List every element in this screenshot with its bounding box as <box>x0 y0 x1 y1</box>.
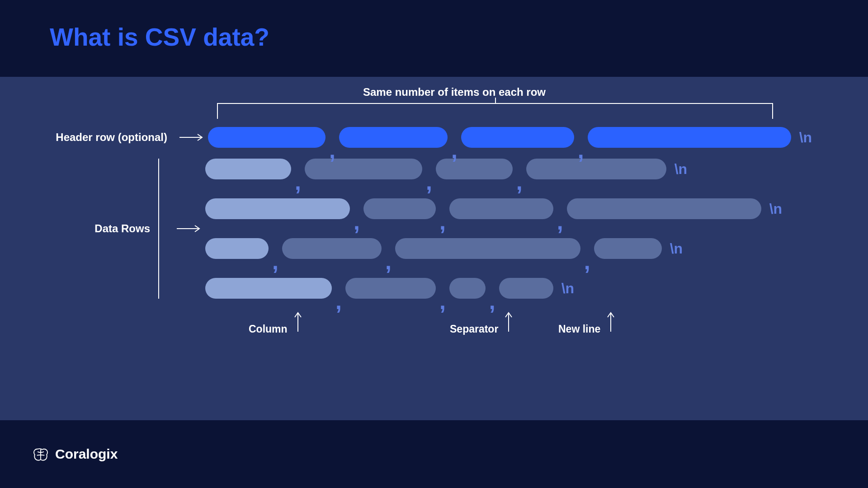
arrow-up-icon <box>294 310 302 333</box>
header-cell <box>339 127 448 148</box>
arrow-up-icon <box>607 310 615 333</box>
brand-name: Coralogix <box>55 446 118 462</box>
separator-token: , <box>580 257 594 266</box>
data-cell <box>345 278 436 299</box>
separator-token: , <box>553 217 567 226</box>
data-cell <box>205 159 291 179</box>
separator-token: , <box>574 146 588 155</box>
newline-token: \n <box>553 280 574 297</box>
csv-diagram: Same number of items on each row Header … <box>41 86 827 420</box>
data-cell <box>363 198 436 219</box>
separator-token: , <box>486 297 499 306</box>
newline-token: \n <box>666 161 687 178</box>
data-cell <box>395 238 580 259</box>
separator-token: , <box>436 217 449 226</box>
bottom-callouts: Column Separator New line <box>217 310 827 353</box>
data-cell <box>436 159 513 179</box>
data-cell <box>282 238 382 259</box>
separator-token: , <box>513 178 526 187</box>
data-cell <box>526 159 666 179</box>
separator-token: , <box>291 178 305 187</box>
header-row: ,,,\n <box>208 127 812 148</box>
data-cell <box>449 198 553 219</box>
separator-token: , <box>448 146 461 155</box>
separator-token: , <box>269 257 282 266</box>
separator-token: , <box>332 297 345 306</box>
brand-logo: Coralogix <box>32 445 118 463</box>
callout-separator: Separator <box>450 310 513 335</box>
data-cell <box>205 278 332 299</box>
data-cell <box>499 278 553 299</box>
newline-token: \n <box>662 240 683 257</box>
newline-token: \n <box>761 201 782 217</box>
callout-newline: New line <box>558 310 615 335</box>
header-cell <box>588 127 791 148</box>
top-annotation-label: Same number of items on each row <box>176 86 732 99</box>
data-row: ,,,\n <box>205 159 782 179</box>
page-title: What is CSV data? <box>50 23 868 52</box>
data-cell <box>205 238 269 259</box>
data-row: ,,,\n <box>205 238 782 259</box>
brain-icon <box>32 445 50 463</box>
callout-column: Column <box>249 310 302 335</box>
newline-label: New line <box>558 323 600 335</box>
data-rows-container: ,,,\n,,,\n,,,\n,,,\n <box>205 159 782 299</box>
separator-token: , <box>422 178 436 187</box>
arrow-right-icon <box>176 133 208 141</box>
data-cell <box>205 198 350 219</box>
header-cell <box>208 127 326 148</box>
arrow-right-icon <box>174 159 205 299</box>
bracket-left <box>158 159 171 299</box>
data-row: ,,,\n <box>205 278 782 299</box>
data-cell <box>305 159 422 179</box>
bracket-top <box>217 103 773 119</box>
header-row-label: Header row (optional) <box>41 131 176 144</box>
separator-token: , <box>382 257 395 266</box>
data-cell <box>449 278 486 299</box>
arrow-up-icon <box>505 310 513 333</box>
column-label: Column <box>249 323 288 335</box>
separator-token: , <box>436 297 449 306</box>
separator-token: , <box>350 217 363 226</box>
data-row: ,,,\n <box>205 198 782 219</box>
newline-token: \n <box>791 129 812 146</box>
data-cell <box>567 198 761 219</box>
separator-label: Separator <box>450 323 498 335</box>
data-rows-label: Data Rows <box>41 159 158 299</box>
data-cell <box>594 238 662 259</box>
header-cell <box>461 127 574 148</box>
separator-token: , <box>326 146 339 155</box>
